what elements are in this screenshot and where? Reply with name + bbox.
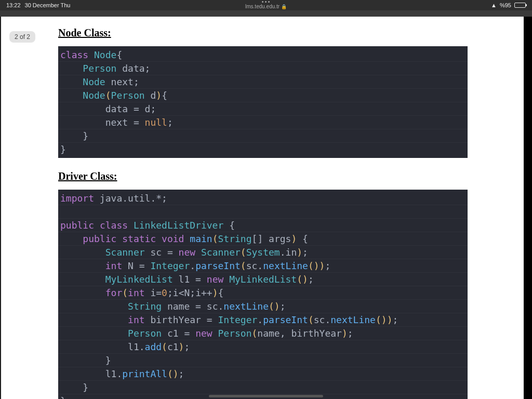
token-punct: ; <box>184 341 190 352</box>
token-type: Person <box>83 63 116 74</box>
token-ident: i <box>173 287 179 298</box>
token-type: Person <box>128 328 162 339</box>
status-right: ▲ %95 <box>491 2 526 8</box>
token-ident <box>201 274 207 285</box>
tab-dots-icon <box>262 1 270 3</box>
lock-icon: 🔒 <box>281 4 287 9</box>
token-punct: = <box>167 247 173 258</box>
wifi-icon: ▲ <box>491 2 497 8</box>
token-punct: } <box>83 382 88 393</box>
token-ident <box>60 130 83 141</box>
token-ident: sc <box>314 314 325 325</box>
token-type: Scanner <box>105 247 145 258</box>
token-ident: java <box>94 193 122 204</box>
token-punct: . <box>257 260 263 271</box>
url-host: lms.tedu.edu.tr <box>245 4 280 9</box>
token-ident: sc <box>246 260 258 271</box>
token-paren: ) <box>173 368 179 379</box>
token-keyword: class <box>60 49 88 60</box>
code-line: Person c1 = new Person(name, birthYear); <box>58 327 468 340</box>
status-date: 30 December Thu <box>25 2 71 8</box>
token-type: Node <box>83 76 105 87</box>
token-ident <box>60 247 105 258</box>
token-punct: = <box>156 287 162 298</box>
token-punct: ; <box>167 117 173 128</box>
code-line <box>58 205 468 219</box>
token-punct: = <box>207 314 212 325</box>
token-type: String <box>218 233 252 244</box>
token-ident: c1 <box>162 328 184 339</box>
browser-chrome-bg <box>0 10 532 17</box>
token-paren: ) <box>297 247 302 258</box>
token-punct: { <box>116 49 122 60</box>
token-method: main <box>190 233 212 244</box>
token-paren: ) <box>387 314 393 325</box>
code-line: for(int i=0;i<N;i++){ <box>58 286 468 300</box>
code-block-driver: import java.util.*; public class LinkedL… <box>58 190 468 399</box>
token-punct: } <box>83 130 88 141</box>
token-ident <box>60 328 128 339</box>
page-counter-badge: 2 of 2 <box>9 31 35 43</box>
token-ident <box>212 314 218 325</box>
token-punct: = <box>195 301 201 312</box>
token-ident: birthYear <box>286 328 342 339</box>
token-keyword: for <box>105 287 123 298</box>
token-keyword: new <box>207 274 224 285</box>
home-indicator[interactable] <box>209 395 323 397</box>
token-type: MyLinkedList <box>229 274 297 285</box>
token-ident <box>145 90 151 101</box>
status-bar: 13:22 30 December Thu lms.tedu.edu.tr 🔒 … <box>0 0 532 10</box>
token-punct: . <box>325 314 330 325</box>
token-paren: ( <box>122 287 128 298</box>
code-line: l1.printAll(); <box>58 367 468 381</box>
token-punct: < <box>179 287 184 298</box>
token-method: printAll <box>122 368 167 379</box>
token-punct: = <box>184 328 190 339</box>
token-ident: l1 <box>173 274 195 285</box>
token-ident <box>60 382 83 393</box>
token-ident <box>116 63 122 74</box>
code-line: } <box>58 354 468 367</box>
url-display[interactable]: lms.tedu.edu.tr 🔒 <box>245 1 287 9</box>
token-punct: { <box>162 90 167 101</box>
token-paren: ( <box>105 90 111 101</box>
page-content[interactable]: 2 of 2 Node Class: class Node{ Person da… <box>0 17 532 399</box>
token-paren: ( <box>308 314 314 325</box>
token-ident <box>60 287 105 298</box>
token-ident: l1 <box>60 368 116 379</box>
token-punct: ; <box>392 314 398 325</box>
token-punct: } <box>60 144 66 155</box>
token-type: Integer <box>218 314 257 325</box>
token-ident: data <box>122 63 144 74</box>
token-punct: . <box>257 314 263 325</box>
code-line: Node next; <box>58 75 468 89</box>
token-ident: N <box>184 287 190 298</box>
token-keyword: int <box>105 260 123 271</box>
token-ident: in <box>286 247 297 258</box>
token-paren: ( <box>241 260 246 271</box>
code-line: public static void main(String[] args) { <box>58 232 468 246</box>
token-ident <box>190 328 195 339</box>
token-ident <box>94 220 100 231</box>
token-paren: ) <box>179 341 184 352</box>
token-paren: ) <box>302 274 308 285</box>
status-time: 13:22 <box>6 2 21 8</box>
token-ident: d <box>150 90 156 101</box>
code-line: l1.add(c1); <box>58 340 468 354</box>
token-type: System <box>246 247 280 258</box>
code-line: Scanner sc = new Scanner(System.in); <box>58 246 468 259</box>
token-ident: data <box>60 103 134 114</box>
token-keyword: static <box>122 233 156 244</box>
token-ident: c1 <box>167 341 179 352</box>
battery-icon <box>514 3 526 8</box>
token-keyword: class <box>100 220 128 231</box>
token-ident <box>145 260 151 271</box>
code-line: Node(Person d){ <box>58 89 468 102</box>
code-line: MyLinkedList l1 = new MyLinkedList(); <box>58 273 468 286</box>
token-punct: . <box>150 193 156 204</box>
token-punct: ; <box>348 328 353 339</box>
left-edge-shadow <box>0 17 1 399</box>
token-punct: = <box>134 103 139 114</box>
code-block-node: class Node{ Person data; Node next; Node… <box>58 46 468 158</box>
token-ident <box>116 233 122 244</box>
